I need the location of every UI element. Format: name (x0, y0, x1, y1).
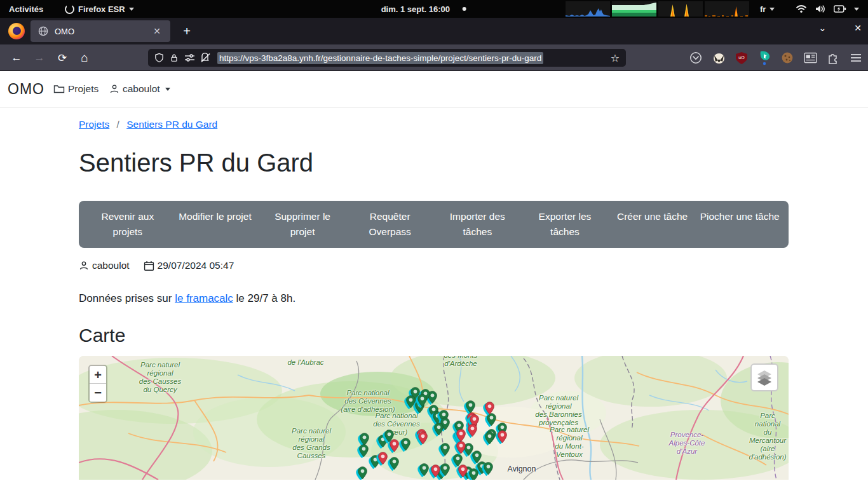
action-button-1[interactable]: Revenir aux projets (84, 205, 172, 244)
project-description: Données prises sur le framacalc le 29/7 … (79, 292, 789, 305)
map-marker-green[interactable] (484, 462, 493, 475)
map-marker-green[interactable] (401, 438, 410, 451)
map-marker-green[interactable] (390, 457, 399, 470)
map-marker-green[interactable] (469, 468, 478, 480)
map-marker-green[interactable] (419, 463, 429, 477)
project-datetime: 29/07/2024 05:47 (158, 260, 234, 271)
map-marker-red[interactable] (498, 430, 507, 444)
framacalc-link[interactable]: le framacalc (175, 292, 233, 304)
map-marker-red[interactable] (418, 431, 428, 445)
map-marker-red[interactable] (458, 464, 468, 478)
action-button-6[interactable]: Exporter les tâches (521, 205, 609, 244)
chevron-down-icon (854, 8, 859, 11)
memory-graph (612, 1, 656, 17)
leaflet-map[interactable]: Parc naturel régional des Causses du Que… (79, 356, 789, 480)
section-title-map: Carte (79, 325, 789, 346)
map-label: Provence- Alpes-Côte d'Azur (669, 431, 705, 456)
cookie-icon[interactable] (780, 51, 794, 65)
battery-icon (834, 4, 846, 13)
extension-bird-icon[interactable] (757, 51, 771, 65)
map-marker-red[interactable] (390, 439, 399, 452)
browser-tab-active[interactable]: OMO ✕ (31, 20, 170, 42)
permissions-icon[interactable] (184, 53, 195, 63)
project-author: caboulot (92, 260, 130, 271)
action-button-2[interactable]: Modifier le projet (172, 205, 259, 244)
toolbar-extensions: uO (689, 49, 863, 67)
map-marker-green[interactable] (485, 431, 494, 445)
map-marker-green[interactable] (440, 463, 450, 477)
action-button-3[interactable]: Supprimer le projet (259, 205, 346, 244)
action-button-5[interactable]: Importer des tâches (434, 205, 522, 244)
map-label: Avignon (508, 465, 536, 473)
zoom-in-button[interactable]: + (90, 366, 106, 384)
map-marker-green[interactable] (487, 413, 496, 426)
ublock-origin-icon[interactable]: uO (735, 51, 749, 65)
chevron-down-icon (165, 88, 170, 91)
forward-button[interactable]: → (31, 49, 48, 67)
reload-button[interactable]: ⟳ (53, 49, 71, 67)
map-marker-green[interactable] (358, 466, 367, 480)
window-close-button[interactable]: ✕ (854, 23, 862, 33)
home-button[interactable]: ⌂ (76, 49, 93, 67)
breadcrumb-projects[interactable]: Projets (79, 119, 109, 130)
nav-projects[interactable]: Projets (53, 83, 98, 95)
reader-newspaper-icon[interactable] (803, 51, 817, 65)
page-content: Projets / Sentiers PR du Gard Sentiers P… (79, 108, 789, 480)
lock-icon[interactable] (170, 53, 179, 63)
pocket-icon[interactable] (689, 51, 703, 65)
url-bar[interactable]: https://vps-3fba2a8a.ynh.fr/gestionnaire… (148, 49, 626, 67)
map-label: Parc naturel régional du Mont- Ventoux (550, 426, 589, 459)
person-icon (79, 261, 89, 271)
zoom-out-button[interactable]: − (90, 384, 106, 402)
map-marker-green[interactable] (359, 444, 369, 458)
globe-icon (38, 26, 48, 36)
firefox-nav-toolbar: ← → ⟳ ⌂ https://vps-3fba2a8a.ynh.fr/gest… (0, 44, 868, 71)
map-zoom-control: + − (88, 365, 107, 403)
cpu-graph (566, 1, 610, 17)
tracking-shield-icon[interactable] (154, 53, 164, 63)
action-button-7[interactable]: Créer une tâche (609, 205, 696, 244)
back-button[interactable]: ← (8, 49, 25, 67)
gnome-top-bar: Activités Firefox ESR dim. 1 sept. 16:00 (0, 0, 868, 18)
extensions-puzzle-icon[interactable] (826, 51, 840, 65)
map-marker-red[interactable] (456, 441, 466, 454)
map-marker-red[interactable] (485, 402, 494, 415)
map-label: Parc national des Cévennes (cœur) (373, 412, 420, 437)
activities-button[interactable]: Activités (9, 0, 43, 18)
breadcrumb-current[interactable]: Sentiers PR du Gard (126, 119, 217, 130)
blocked-permission-icon[interactable] (200, 53, 211, 63)
list-tabs-button[interactable]: ⌄ (819, 23, 827, 33)
bookmark-star-icon[interactable]: ☆ (611, 52, 620, 64)
action-button-4[interactable]: Requêter Overpass (346, 205, 434, 244)
map-marker-green[interactable] (434, 423, 444, 436)
map-layers-control[interactable] (750, 363, 778, 391)
clock[interactable]: dim. 1 sept. 16:00 (381, 0, 466, 18)
nav-projects-label: Projets (68, 83, 98, 95)
keyboard-layout[interactable]: fr (760, 0, 775, 18)
map-marker-green[interactable] (440, 443, 450, 456)
app-menu-label: Firefox ESR (78, 4, 125, 14)
new-tab-button[interactable]: + (178, 23, 196, 41)
system-monitor-graphs[interactable] (566, 1, 749, 17)
user-menu[interactable]: caboulot (109, 83, 170, 95)
site-brand[interactable]: OMO (8, 81, 44, 98)
map-marker-red[interactable] (456, 429, 466, 442)
app-menu[interactable]: Firefox ESR (65, 0, 134, 18)
keyboard-layout-label: fr (760, 4, 766, 14)
map-marker-green[interactable] (417, 394, 427, 407)
map-marker-red[interactable] (431, 464, 440, 478)
chevron-down-icon (770, 8, 775, 11)
map-label: Parc naturel régional des Grands Causses (292, 427, 331, 460)
map-marker-green[interactable] (466, 400, 475, 414)
privacy-badger-icon[interactable] (712, 51, 726, 65)
action-button-8[interactable]: Piocher une tâche (696, 205, 783, 244)
hamburger-menu-icon[interactable] (849, 51, 863, 65)
tab-close-button[interactable]: ✕ (150, 25, 164, 37)
map-marker-red[interactable] (468, 424, 477, 437)
wifi-icon (796, 4, 807, 14)
url-input[interactable]: https://vps-3fba2a8a.ynh.fr/gestionnaire… (217, 52, 543, 64)
map-label: de l'Aubrac (287, 358, 323, 367)
map-marker-red[interactable] (378, 452, 388, 465)
map-marker-green[interactable] (406, 395, 416, 409)
system-status-area[interactable] (796, 0, 859, 18)
